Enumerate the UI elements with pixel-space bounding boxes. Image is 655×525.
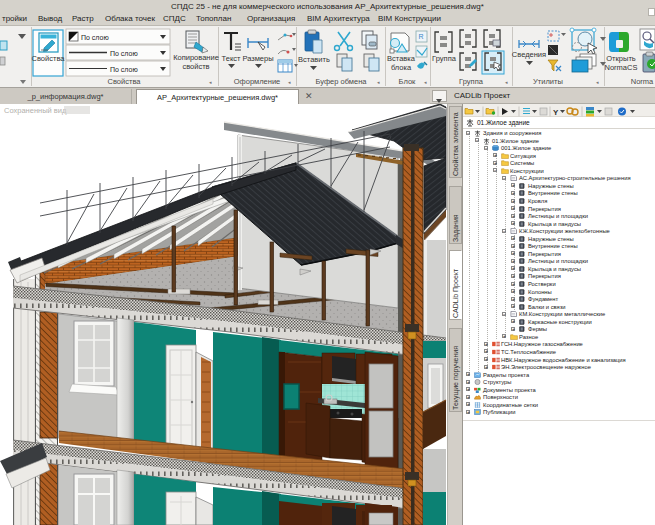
- svg-text:Группа: Группа: [432, 54, 457, 63]
- svg-text:Сведения: Сведения: [512, 50, 546, 59]
- svg-text:блока: блока: [391, 63, 412, 72]
- svg-text:Открыть: Открыть: [606, 54, 636, 63]
- svg-text:Сохраненный вид: Сохраненный вид: [4, 106, 67, 115]
- svg-text:По слою: По слою: [110, 50, 138, 57]
- svg-text:Копирование: Копирование: [173, 53, 219, 62]
- svg-text:NormaCS: NormaCS: [605, 63, 638, 72]
- svg-text:R: R: [418, 33, 423, 40]
- svg-text:По слою: По слою: [81, 34, 109, 41]
- svg-text:По слою: По слою: [110, 66, 138, 73]
- svg-text:Размеры: Размеры: [242, 54, 273, 63]
- svg-text:Y: Y: [553, 108, 559, 117]
- svg-text:Вставить: Вставить: [298, 55, 330, 64]
- svg-text:Свойства: Свойства: [32, 54, 66, 63]
- svg-text:свойств: свойств: [182, 62, 209, 71]
- svg-text:Вставка: Вставка: [387, 54, 416, 63]
- svg-text:Текст: Текст: [222, 54, 241, 63]
